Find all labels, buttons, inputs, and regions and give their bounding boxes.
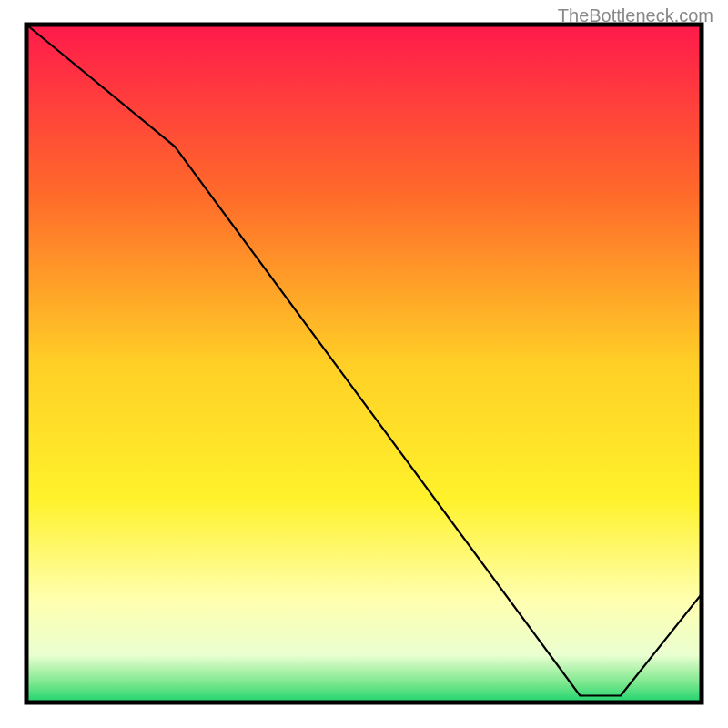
gradient-background	[26, 25, 702, 703]
attribution-text: TheBottleneck.com	[558, 5, 713, 26]
bottleneck-chart	[0, 0, 728, 728]
